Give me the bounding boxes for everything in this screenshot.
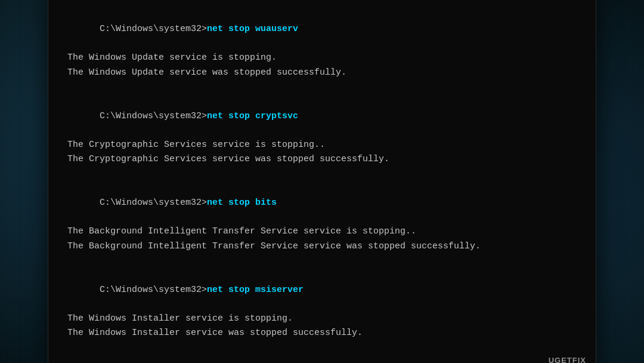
- command-4: net stop msiserver: [207, 285, 304, 295]
- terminal-block-1: C:\Windows\system32>net stop wuauserv Th…: [67, 8, 577, 81]
- output-1-1: The Windows Update service is stopping.: [67, 51, 577, 66]
- output-4-1: The Windows Installer service is stoppin…: [67, 312, 577, 327]
- command-line-3: C:\Windows\system32>net stop bits: [67, 182, 577, 224]
- output-2-1: The Cryptographic Services service is st…: [67, 138, 577, 153]
- terminal-block-3: C:\Windows\system32>net stop bits The Ba…: [67, 182, 577, 254]
- prompt-1: C:\Windows\system32>: [100, 24, 207, 34]
- prompt-2: C:\Windows\system32>: [100, 111, 207, 121]
- command-1: net stop wuauserv: [207, 24, 298, 34]
- command-3: net stop bits: [207, 198, 277, 208]
- terminal-block-2: C:\Windows\system32>net stop cryptsvc Th…: [67, 95, 577, 168]
- output-2-2: The Cryptographic Services service was s…: [67, 152, 577, 167]
- prompt-3: C:\Windows\system32>: [100, 198, 207, 208]
- prompt-4: C:\Windows\system32>: [100, 285, 207, 295]
- command-line-1: C:\Windows\system32>net stop wuauserv: [67, 8, 577, 51]
- command-line-4: C:\Windows\system32>net stop msiserver: [67, 269, 577, 312]
- output-3-1: The Background Intelligent Transfer Serv…: [67, 224, 577, 239]
- command-2: net stop cryptsvc: [207, 111, 298, 121]
- terminal-block-4: C:\Windows\system32>net stop msiserver T…: [67, 269, 577, 342]
- watermark: UGETFIX: [549, 356, 586, 363]
- output-3-2: The Background Intelligent Transfer Serv…: [67, 239, 577, 254]
- terminal-window: C:\Windows\system32>net stop wuauserv Th…: [48, 0, 596, 363]
- output-4-2: The Windows Installer service was stoppe…: [67, 326, 577, 341]
- command-line-2: C:\Windows\system32>net stop cryptsvc: [67, 95, 577, 138]
- output-1-2: The Windows Update service was stopped s…: [67, 66, 577, 81]
